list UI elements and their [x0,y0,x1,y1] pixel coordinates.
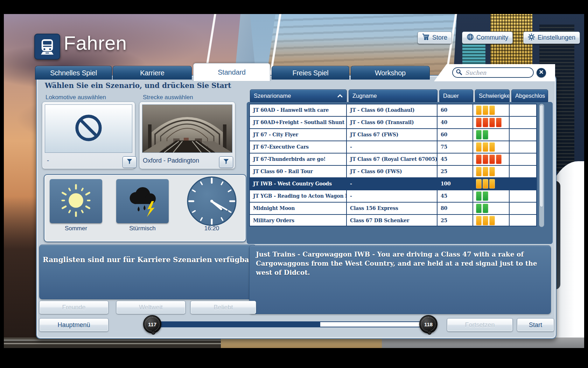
column-header-abgeschlossen[interactable]: Abgeschlos [511,89,548,102]
difficulty-bar [483,204,488,213]
column-label: Dauer [443,93,459,99]
clear-search-button[interactable] [537,68,546,77]
table-scrollbar[interactable] [539,104,544,227]
cell-difficulty [473,117,510,128]
search-input[interactable] [464,69,525,76]
table-scrollbar-thumb[interactable] [540,105,544,207]
cell-train-name: - [347,190,438,202]
leaderboard-popular-button[interactable]: Beliebt [190,301,256,314]
resume-button[interactable]: Fortsetzen [447,318,513,332]
table-row[interactable]: JT Class 60 - Rail TourJT - Class 60 (FW… [250,166,536,178]
table-row[interactable]: JT 67 - City FlyerJT Class 67 (FWS)60 [250,129,536,141]
cell-scenario-name: JT 67-Thunderbirds are go! [250,154,347,165]
table-row[interactable]: Midnight MoonClass 156 Express80 [250,203,536,215]
difficulty-bar [483,105,488,115]
search-box[interactable] [452,67,534,78]
storm-cloud-icon [123,183,162,219]
store-button-label: Store [432,34,447,41]
loco-filter-button[interactable] [122,156,136,168]
tab-schnelles-spiel[interactable]: Schnelles Spiel [35,66,112,80]
cell-duration: 25 [438,215,473,226]
loco-picker-label: Lokomotive auswählen [46,94,106,101]
table-row[interactable]: JT 60AD - Hanwell with careJT - Class 60… [250,104,536,117]
column-label: Schwierigke [479,93,510,99]
tab-label: Freies Spiel [292,69,328,77]
community-button[interactable]: Community [462,32,513,44]
slider-min-badge[interactable]: 117 [143,315,161,333]
table-row[interactable]: Military OrdersClass 67 DB Schenker25 [250,215,536,226]
difficulty-bar [476,118,482,127]
difficulty-bar [489,167,495,176]
difficulty-bar [489,142,495,152]
difficulty-bar [476,105,482,115]
difficulty-bar [489,216,495,225]
tab-karriere[interactable]: Karriere [113,66,192,80]
cell-difficulty [473,190,510,202]
close-icon [539,69,544,76]
route-preview-station-image[interactable] [142,104,232,153]
tab-label: Karriere [140,69,164,77]
column-header-schwierigkeit[interactable]: Schwierigke [475,89,510,102]
difficulty-bar [489,105,495,115]
globe-icon [467,33,474,42]
cell-train-name: Class 156 Express [347,203,438,214]
difficulty-bar [476,179,482,189]
difficulty-bar [496,118,502,127]
button-label: Start [529,321,542,329]
cell-train-name: JT Class 67 (Royal Claret 67005) [347,154,438,165]
difficulty-bar [476,167,482,176]
route-value: Oxford - Paddington [143,157,199,164]
column-header-szenarioname[interactable]: Szenarioname [250,89,347,102]
column-header-dauer[interactable]: Dauer [439,89,473,102]
settings-button[interactable]: Einstellungen [523,32,580,44]
tab-workshop[interactable]: Workshop [351,66,430,80]
tab-freies-spiel[interactable]: Freies Spiel [272,66,349,80]
cell-duration: 25 [438,166,473,177]
time-clock[interactable] [187,176,237,226]
cell-scenario-name: JT 67 - City Flyer [250,129,347,141]
route-filter-button[interactable] [219,156,233,168]
cell-scenario-name: JT 60AD - Hanwell with care [250,104,347,116]
loco-preview[interactable] [45,104,132,153]
difficulty-bar [496,155,502,164]
weather-selector[interactable] [116,179,169,223]
tab-standard[interactable]: Standard [193,63,270,81]
difficulty-bar [489,155,495,164]
search-icon [456,69,462,77]
slider-max-badge[interactable]: 118 [419,315,438,333]
column-header-zugname[interactable]: Zugname [349,89,438,102]
railway-wall-photo [4,196,37,348]
table-row[interactable]: JT 67-Thunderbirds are go!JT Class 67 (R… [250,154,536,166]
button-label: Beliebt [214,304,233,311]
table-row[interactable]: JT IWB - West Country Goods-100 [250,178,536,190]
scenario-progress-slider[interactable] [158,321,424,327]
table-row[interactable]: JT 60AD+Freight - Southall ShuntJT - Cla… [250,117,536,129]
cell-train-name: - [347,178,438,190]
start-button[interactable]: Start [517,318,554,332]
button-label: Weltweit [139,304,163,311]
cell-difficulty [473,154,510,165]
difficulty-bar [483,167,488,176]
page-title: Fahren [64,32,127,54]
sort-ascending-icon [337,93,343,99]
season-selector[interactable] [50,179,102,223]
dirt-ground-photo [221,338,382,348]
cell-difficulty [473,141,510,153]
leaderboard-friends-button[interactable]: Freunde [39,301,108,314]
table-row[interactable]: JT 67-Executive Cars-75 [250,141,536,154]
button-label: Hauptmenü [57,321,90,329]
scenario-description: Just Trains - Cargowaggon IWB - You are … [249,245,551,314]
train-logo-icon [34,34,60,60]
button-label: Fortsetzen [465,321,495,329]
leaderboard-global-button[interactable]: Weltweit [116,301,186,314]
cell-train-name: Class 67 DB Schenker [347,215,438,226]
table-row[interactable]: JT YGB - Reading to Acton Wagon Move-45 [250,190,536,203]
difficulty-bar [476,216,482,225]
difficulty-bar [483,130,488,139]
main-menu-button[interactable]: Hauptmenü [39,318,108,332]
cell-completed [510,104,536,116]
leaderboard-panel: Ranglisten sind nur für Karriere Szenari… [39,245,256,299]
difficulty-bar [483,142,488,152]
store-button[interactable]: Store [418,32,452,44]
tab-label: Schnelles Spiel [50,69,97,77]
